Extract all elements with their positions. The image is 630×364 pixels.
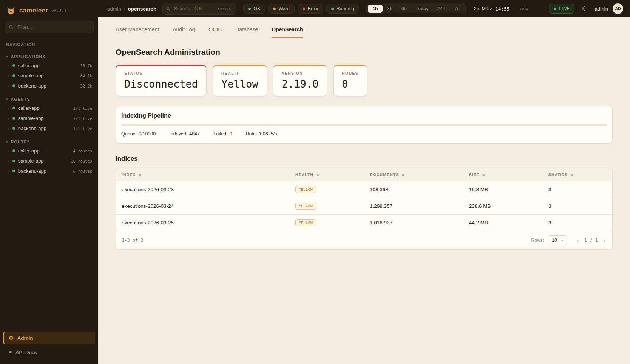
previous-page-button[interactable]: ‹ [576, 237, 580, 244]
column-header-documents[interactable]: DOCUMENTS ⇅ [364, 168, 463, 181]
column-header-health[interactable]: HEALTH ⇅ [290, 168, 364, 181]
stat-cards-row: STATUS Disconnected HEALTH Yellow VERSIO… [116, 65, 613, 96]
rows-per-page-select[interactable]: 10 ▾ [548, 235, 567, 245]
time-range-3h[interactable]: 3h [383, 5, 397, 13]
sidebar-item-agents-caller-app[interactable]: › caller-app 1/1 live [0, 103, 98, 113]
time-range-6h[interactable]: 6h [397, 5, 411, 13]
chevron-down-icon: ▾ [6, 97, 8, 101]
sort-icon: ⇅ [402, 173, 405, 177]
next-page-button[interactable]: › [602, 237, 607, 244]
sidebar-item-routes-sample-app[interactable]: › sample-app 16 routes [0, 156, 98, 166]
tab-oidc[interactable]: OIDC [208, 26, 222, 38]
filter-running[interactable]: Running [326, 4, 359, 14]
tab-audit-log[interactable]: Audit Log [173, 26, 195, 38]
time-range-24h[interactable]: 24h [433, 5, 450, 13]
pipeline-progress-bar [121, 124, 607, 126]
pipeline-stats: Queue: 0/10000 Indexed: 4847 Failed: 0 R… [121, 131, 607, 137]
rows-per-page-value: 10 [552, 238, 557, 243]
filter-error[interactable]: Error [298, 4, 323, 14]
table-row[interactable]: executions-2026-03-24 YELLOW 1.298.357 2… [116, 198, 612, 215]
cell-health: YELLOW [290, 215, 364, 231]
datetime-display[interactable]: 25. März 14:55 — now [474, 6, 528, 12]
dark-mode-toggle[interactable]: ☾ [579, 3, 590, 14]
sidebar-filter-input[interactable] [17, 24, 90, 30]
live-status-badge[interactable]: LIVE [549, 4, 574, 14]
sidebar-item-admin[interactable]: ⚙ Admin [3, 332, 95, 344]
status-dot [12, 127, 15, 130]
stat-val: 4847 [189, 131, 200, 137]
tab-database[interactable]: Database [235, 26, 258, 38]
time-range-today[interactable]: Today [411, 5, 433, 13]
time-range-1h[interactable]: 1h [368, 5, 383, 13]
tab-opensearch[interactable]: OpenSearch [272, 26, 303, 38]
column-header-size[interactable]: SIZE ⇅ [463, 168, 543, 181]
live-dot [554, 8, 556, 10]
global-search-input[interactable] [173, 6, 213, 12]
chevron-down-icon: ▾ [6, 140, 8, 144]
sort-icon: ⇅ [139, 173, 142, 177]
item-badge: 1/1 live [73, 106, 92, 111]
cell-shards: 3 [543, 198, 612, 215]
sidebar-section-applications: ▾ APPLICATIONS › caller-app 10.7k › samp… [0, 53, 98, 91]
cell-size: 238.6 MB [463, 198, 543, 215]
tab-user-management[interactable]: User Management [116, 26, 159, 38]
chevron-down-icon: ▾ [562, 239, 563, 242]
sidebar-item-agents-sample-app[interactable]: › sample-app 1/1 live [0, 113, 98, 123]
table-footer-controls: Rows: 10 ▾ ‹ 1 / 1 › [531, 235, 607, 245]
pipeline-title: Indexing Pipeline [121, 112, 607, 119]
pipeline-stat-rate: Rate: 1.0625/s [246, 131, 277, 137]
filter-warn[interactable]: Warn [268, 4, 294, 14]
stat-label: VERSION [282, 71, 319, 75]
chevron-right-icon: › [8, 63, 9, 68]
cell-size: 16.8 MB [463, 181, 543, 198]
section-header-applications[interactable]: ▾ APPLICATIONS [0, 53, 98, 60]
stat-label: STATUS [124, 71, 198, 75]
column-label: INDEX [122, 172, 136, 177]
stat-label: HEALTH [221, 71, 258, 75]
sort-icon: ⇅ [482, 173, 486, 177]
sort-icon: ⇅ [570, 173, 574, 177]
pipeline-stat-indexed: Indexed: 4847 [169, 131, 200, 137]
status-dot [12, 84, 15, 87]
sidebar-item-routes-caller-app[interactable]: › caller-app 4 routes [0, 146, 98, 156]
stat-value: 0 [342, 78, 358, 90]
item-badge: 32.2k [80, 84, 92, 88]
sidebar-item-agents-backend-app[interactable]: › backend-app 1/1 live [0, 123, 98, 134]
table-row[interactable]: executions-2026-03-25 YELLOW 1.016.937 4… [116, 215, 612, 231]
sidebar-item-applications-backend-app[interactable]: › backend-app 32.2k [0, 81, 98, 91]
sidebar-item-applications-sample-app[interactable]: › sample-app 84.1k [0, 71, 98, 81]
indexing-pipeline-panel: Indexing Pipeline Queue: 0/10000 Indexed… [116, 106, 613, 144]
search-shortcut-badge: Ctrl+K [216, 6, 233, 12]
date-end-text: now [520, 6, 528, 11]
table-row[interactable]: executions-2026-03-23 YELLOW 108.363 16.… [116, 181, 612, 198]
section-label: ROUTES [11, 140, 30, 144]
page-content: User Management Audit Log OIDC Database … [98, 17, 630, 364]
filter-label: OK [253, 6, 260, 11]
stat-card-status: STATUS Disconnected [116, 65, 207, 96]
breadcrumb: admin / opensearch [107, 6, 156, 12]
indices-table: INDEX ⇅ HEALTH ⇅ DOCUMENTS ⇅ SIZE [116, 168, 612, 231]
indices-title: Indices [116, 155, 613, 163]
error-status-dot [303, 8, 305, 10]
item-badge: 16 routes [71, 159, 92, 163]
filter-ok[interactable]: OK [243, 4, 265, 14]
sidebar-footer: ⚙ Admin ≡ API Docs [0, 329, 98, 364]
breadcrumb-admin[interactable]: admin [107, 6, 121, 12]
avatar[interactable]: AD [613, 3, 623, 14]
section-header-routes[interactable]: ▾ ROUTES [0, 138, 98, 146]
list-icon: ≡ [9, 349, 12, 355]
section-label: AGENTS [11, 97, 30, 101]
tab-bar: User Management Audit Log OIDC Database … [116, 17, 613, 38]
sidebar-item-routes-backend-app[interactable]: › backend-app 6 routes [0, 166, 98, 176]
time-range-7d[interactable]: 7d [450, 5, 464, 13]
date-text: 25. März [474, 6, 493, 11]
column-header-index[interactable]: INDEX ⇅ [116, 168, 290, 181]
column-header-shards[interactable]: SHARDS ⇅ [543, 168, 612, 181]
sidebar-item-api-docs[interactable]: ≡ API Docs [3, 346, 95, 359]
section-header-agents[interactable]: ▾ AGENTS [0, 95, 98, 103]
username-label: admin [595, 6, 608, 12]
status-dot [12, 117, 15, 120]
sidebar-item-applications-caller-app[interactable]: › caller-app 10.7k [0, 60, 98, 71]
status-dot [12, 160, 15, 162]
time-text: 14:55 [495, 6, 510, 12]
